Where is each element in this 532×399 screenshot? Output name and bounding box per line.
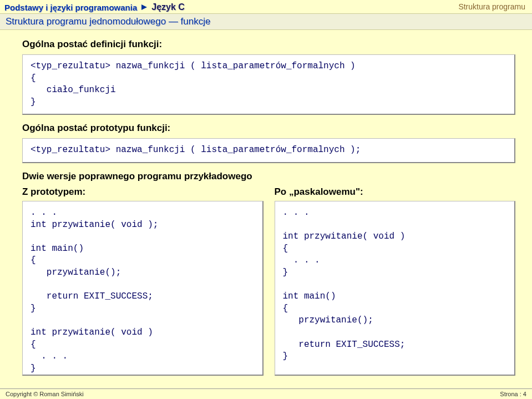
prototype-code: <typ_rezultatu> nazwa_funkcji ( lista_pa… xyxy=(22,138,515,163)
left-code: . . . int przywitanie( void ); int main(… xyxy=(22,201,264,376)
footer-page: Strona : 4 xyxy=(500,391,526,397)
two-versions-title: Dwie wersje poprawnego programu przykład… xyxy=(22,171,515,182)
header-bar: Podstawy i języki programowania Język C … xyxy=(0,0,532,12)
left-column-title: Z prototypem: xyxy=(22,186,264,198)
prototype-title: Ogólna postać prototypu funkcji: xyxy=(22,123,515,134)
two-column-layout: Z prototypem: . . . int przywitanie( voi… xyxy=(22,186,515,383)
header-section-label: Struktura programu xyxy=(458,2,525,11)
subtitle-bar: Struktura programu jednomodułowego — fun… xyxy=(0,13,532,30)
breadcrumb-current: Język C xyxy=(151,2,185,12)
breadcrumb-parent[interactable]: Podstawy i języki programowania xyxy=(4,3,137,12)
footer: Copyright © Roman Simiński Strona : 4 xyxy=(0,388,532,399)
definition-title: Ogólna postać definicji funkcji: xyxy=(22,39,515,50)
definition-code: <typ_rezultatu> nazwa_funkcji ( lista_pa… xyxy=(22,54,515,115)
right-code: . . . int przywitanie( void ) { . . . } … xyxy=(275,201,516,376)
breadcrumb: Podstawy i języki programowania Język C xyxy=(4,2,528,12)
footer-copyright: Copyright © Roman Simiński xyxy=(6,391,84,397)
right-column-title: Po „paskalowemu": xyxy=(275,186,516,198)
arrow-right-icon xyxy=(140,3,148,11)
left-column: Z prototypem: . . . int przywitanie( voi… xyxy=(22,186,264,383)
svg-marker-0 xyxy=(141,4,147,10)
subtitle: Struktura programu jednomodułowego — fun… xyxy=(6,16,210,27)
content: Ogólna postać definicji funkcji: <typ_re… xyxy=(0,30,532,389)
right-column: Po „paskalowemu": . . . int przywitanie(… xyxy=(275,186,516,383)
